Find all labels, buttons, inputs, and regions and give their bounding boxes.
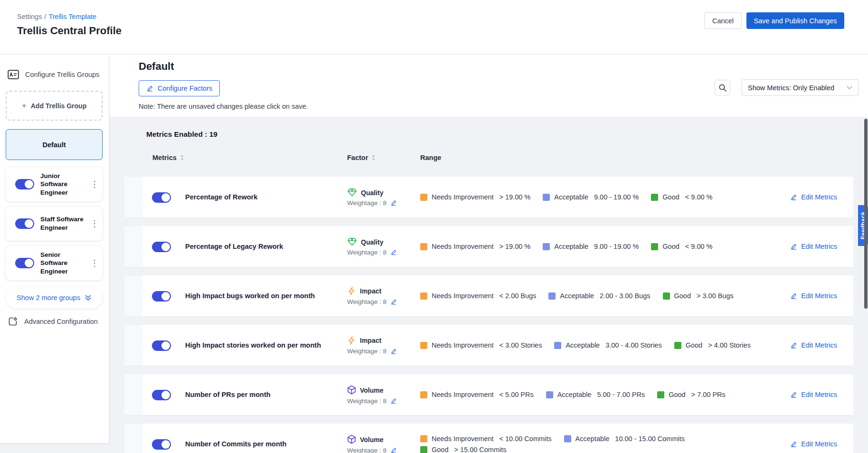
needs-improvement-chip: Needs Improvement < 3.00 Stories [420,341,542,349]
metrics-panel: Metrics Enabled : 19 Metrics Factor Rang… [110,117,868,453]
add-trellis-group-button[interactable]: + Add Trellis Group [6,91,103,121]
good-swatch [651,194,658,201]
good-swatch [674,342,681,349]
edit-metrics-button[interactable]: Edit Metrics [790,193,837,201]
needs-improvement-swatch [420,391,427,398]
advanced-configuration-link[interactable]: Advanced Configuration [8,316,98,327]
range-cell: Needs Improvement < 3.00 Stories Accepta… [420,341,774,349]
group-name: Staff Software Engineer [40,215,84,232]
kebab-menu-icon[interactable]: ⋮ [90,259,99,267]
show-more-label: Show 2 more groups [17,294,80,302]
metric-name: High Impact stories worked on per month [185,325,337,366]
edit-weightage-icon[interactable] [390,397,397,404]
kebab-menu-icon[interactable]: ⋮ [90,180,99,189]
group-toggle[interactable] [15,179,34,189]
cancel-button[interactable]: Cancel [704,12,742,29]
edit-icon [790,194,797,201]
metrics-enabled-count: Metrics Enabled : 19 [146,130,217,139]
factor-cell: Quality Weightage : 8 [347,188,397,207]
range-cell: Needs Improvement < 5.00 PRs Acceptable … [420,391,774,398]
needs-improvement-chip: Needs Improvement > 19.00 % [420,243,530,250]
edit-metrics-button[interactable]: Edit Metrics [790,292,837,300]
impact-bolt-icon [347,286,356,296]
metric-toggle[interactable] [152,439,171,450]
edit-weightage-icon[interactable] [390,299,397,305]
needs-improvement-chip: Needs Improvement < 5.00 PRs [420,391,534,398]
needs-improvement-swatch [420,435,427,442]
range-cell: Needs Improvement < 10.00 Commits Accept… [420,435,774,453]
search-button[interactable] [715,80,730,95]
edit-metrics-button[interactable]: Edit Metrics [790,391,837,398]
breadcrumb-settings[interactable]: Settings [17,13,42,20]
search-icon [718,84,727,92]
group-card-senior-software-engineer[interactable]: Senior Software Engineer ⋮ [6,246,103,280]
weightage-label: Weightage : 8 [347,397,387,405]
group-card-junior-software-engineer[interactable]: Junior Software Engineer ⋮ [6,167,103,201]
sort-icon[interactable] [180,154,184,161]
metric-row: Number of Commits per month Volume Weigh… [124,423,853,453]
metric-toggle[interactable] [152,390,171,400]
volume-cube-icon [347,434,356,444]
plus-icon: + [22,101,27,111]
weightage-label: Weightage : 8 [347,199,387,207]
group-card-staff-software-engineer[interactable]: Staff Software Engineer ⋮ [6,207,103,241]
sidebar: Configure Trellis Groups + Add Trellis G… [0,55,109,443]
edit-metrics-button[interactable]: Edit Metrics [790,440,837,448]
vertical-scrollbar-thumb[interactable] [864,119,868,309]
factor-cell: Impact Weightage : 8 [347,286,397,305]
add-trellis-group-label: Add Trellis Group [31,102,86,110]
factor-cell: Impact Weightage : 8 [347,336,397,355]
good-swatch [657,391,664,398]
show-metrics-value: Show Metrics: Only Enabled [748,84,847,92]
needs-improvement-chip: Needs Improvement > 19.00 % [420,193,530,201]
metric-toggle[interactable] [152,340,171,351]
double-chevron-down-icon [85,294,92,301]
edit-metrics-button[interactable]: Edit Metrics [790,243,837,250]
group-toggle[interactable] [15,258,34,268]
good-chip: Good > 15.00 Commits [420,446,507,453]
good-chip: Good < 9.00 % [651,243,712,250]
group-toggle[interactable] [15,218,34,229]
weightage-label: Weightage : 8 [347,249,387,256]
metric-toggle[interactable] [152,192,171,203]
edit-icon [790,293,797,300]
show-more-groups-button[interactable]: Show 2 more groups [6,287,103,309]
metric-toggle[interactable] [152,291,171,302]
factor-cell: Volume Weightage : 8 [347,385,397,405]
breadcrumb-trellis-template[interactable]: Trellis Template [48,13,96,20]
needs-improvement-chip: Needs Improvement < 2.00 Bugs [420,292,536,300]
range-cell: Needs Improvement > 19.00 % Acceptable 9… [420,243,774,250]
configure-trellis-groups-header: Configure Trellis Groups [8,70,99,79]
acceptable-swatch [543,243,550,250]
edit-metrics-button[interactable]: Edit Metrics [790,341,837,349]
configure-factors-button[interactable]: Configure Factors [139,80,220,96]
sort-icon[interactable] [371,154,376,161]
kebab-menu-icon[interactable]: ⋮ [90,219,99,228]
edit-weightage-icon[interactable] [390,199,397,206]
good-swatch [663,293,670,300]
acceptable-chip: Acceptable 2.00 - 3.00 Bugs [548,292,650,300]
factor-name: Impact [360,337,381,344]
column-header-metrics[interactable]: Metrics [152,154,184,161]
column-header-factor[interactable]: Factor [347,154,376,161]
good-chip: Good > 3.00 Bugs [663,292,734,300]
metric-toggle[interactable] [152,242,171,252]
good-chip: Good > 4.00 Stories [674,341,751,349]
needs-improvement-swatch [420,293,427,300]
acceptable-chip: Acceptable 9.00 - 19.00 % [543,193,639,201]
metric-row: High Impact bugs worked on per month Imp… [124,275,853,317]
good-chip: Good > 7.00 PRs [657,391,726,398]
edit-weightage-icon[interactable] [390,447,397,453]
group-card-default[interactable]: Default [6,129,103,160]
metric-row: Percentage of Rework Quality Weightage :… [124,176,853,218]
edit-weightage-icon[interactable] [390,249,397,255]
id-card-icon [8,70,19,79]
good-swatch [651,243,658,250]
show-metrics-select[interactable]: Show Metrics: Only Enabled [742,79,859,96]
edit-weightage-icon[interactable] [390,348,397,355]
save-publish-button[interactable]: Save and Publish Changes [746,12,844,29]
acceptable-swatch [554,342,561,349]
edit-icon [790,391,797,398]
unsaved-changes-note: Note: There are unsaved changes please c… [139,103,308,110]
factor-name: Quality [361,238,383,245]
